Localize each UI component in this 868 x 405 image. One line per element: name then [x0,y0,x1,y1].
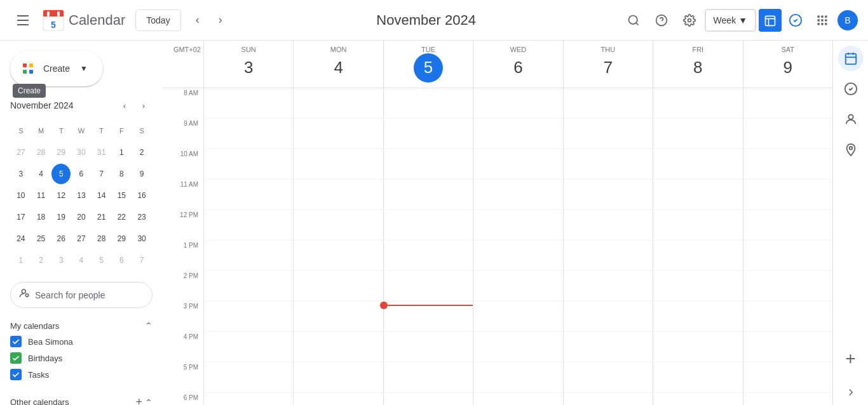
mini-cal-day[interactable]: 20 [72,207,91,227]
search-button[interactable] [621,8,646,33]
mini-cal-day[interactable]: 2 [32,250,51,270]
hour-cell[interactable] [294,180,383,210]
hour-cell[interactable] [653,271,742,302]
avatar[interactable]: B [837,10,858,30]
side-contacts-icon[interactable] [838,107,864,132]
tasks-view-icon[interactable] [784,9,807,32]
hour-cell[interactable] [743,393,832,405]
my-calendar-item[interactable]: Tasks [0,366,163,383]
day-header-6[interactable]: SAT 9 [743,41,832,88]
mini-cal-day[interactable]: 10 [11,185,31,206]
hamburger-menu[interactable] [10,8,36,33]
hour-cell[interactable] [743,271,832,302]
hour-cell[interactable] [743,210,832,241]
settings-button[interactable] [677,8,702,33]
mini-cal-day[interactable]: 27 [72,229,91,249]
side-add-icon[interactable]: + [838,346,864,371]
hour-cell[interactable] [743,149,832,180]
day-column-3[interactable] [473,58,562,405]
side-calendar-icon[interactable] [838,46,864,71]
day-column-0[interactable] [203,58,293,405]
hour-cell[interactable] [294,393,383,405]
hour-cell[interactable] [653,180,742,210]
mini-cal-day[interactable]: 7 [92,164,111,184]
hour-cell[interactable] [653,119,742,149]
hour-cell[interactable] [204,393,293,405]
mini-cal-day[interactable]: 29 [51,142,71,163]
hour-cell[interactable] [564,271,653,302]
mini-cal-day[interactable]: 4 [72,250,91,270]
day-column-5[interactable] [653,58,742,405]
today-button[interactable]: Today [135,10,180,31]
hour-cell[interactable] [294,241,383,271]
hour-cell[interactable] [564,119,653,149]
hour-cell[interactable] [384,271,473,302]
mini-cal-day[interactable]: 12 [51,185,71,206]
hour-cell[interactable] [204,119,293,149]
day-column-1[interactable] [293,58,383,405]
day-column-6[interactable] [743,58,832,405]
apps-button[interactable] [810,8,835,33]
mini-cal-day[interactable]: 5 [51,164,71,184]
mini-cal-day[interactable]: 28 [92,229,111,249]
hour-cell[interactable] [564,241,653,271]
search-people[interactable]: Search for people [10,282,153,308]
calendar-checkbox[interactable] [10,352,22,364]
prev-arrow[interactable]: ‹ [186,9,209,32]
mini-cal-day[interactable]: 25 [32,229,51,249]
create-button[interactable]: Create ▼ [10,51,103,86]
hour-cell[interactable] [564,393,653,405]
mini-cal-day[interactable]: 22 [112,207,132,227]
hour-cell[interactable] [384,88,473,119]
hour-cell[interactable] [204,362,293,393]
mini-cal-day[interactable]: 7 [132,250,151,270]
hour-cell[interactable] [473,302,562,332]
hour-cell[interactable] [653,241,742,271]
hour-cell[interactable] [204,149,293,180]
mini-cal-day[interactable]: 3 [11,164,31,184]
calendar-checkbox[interactable] [10,336,22,347]
hour-cell[interactable] [294,332,383,362]
hour-cell[interactable] [294,302,383,332]
hour-cell[interactable] [473,88,562,119]
hour-cell[interactable] [384,393,473,405]
mini-cal-day[interactable]: 24 [11,229,31,249]
hour-cell[interactable] [743,362,832,393]
mini-cal-day[interactable]: 6 [112,250,132,270]
hour-cell[interactable] [204,180,293,210]
mini-cal-day[interactable]: 14 [92,185,111,206]
day-column-2[interactable] [383,58,473,405]
mini-cal-day[interactable]: 28 [32,142,51,163]
hour-cell[interactable] [743,119,832,149]
mini-cal-day[interactable]: 21 [92,207,111,227]
hour-cell[interactable] [743,241,832,271]
mini-cal-day[interactable]: 2 [132,142,151,163]
mini-cal-day[interactable]: 3 [51,250,71,270]
hour-cell[interactable] [204,88,293,119]
hour-cell[interactable] [473,332,562,362]
hour-cell[interactable] [743,88,832,119]
mini-cal-day[interactable]: 8 [112,164,132,184]
mini-cal-day[interactable]: 6 [72,164,91,184]
hour-cell[interactable] [653,302,742,332]
mini-cal-day[interactable]: 1 [112,142,132,163]
day-header-4[interactable]: THU 7 [563,41,653,88]
day-column-4[interactable] [563,58,653,405]
mini-cal-day[interactable]: 5 [92,250,111,270]
mini-cal-day[interactable]: 30 [132,229,151,249]
hour-cell[interactable] [564,362,653,393]
mini-cal-day[interactable]: 27 [11,142,31,163]
mini-cal-next[interactable]: › [135,96,153,114]
hour-cell[interactable] [204,210,293,241]
mini-cal-day[interactable]: 4 [32,164,51,184]
hour-cell[interactable] [384,302,473,332]
expand-icon[interactable] [845,387,857,400]
hour-cell[interactable] [204,302,293,332]
hour-cell[interactable] [653,88,742,119]
mini-cal-day[interactable]: 18 [32,207,51,227]
day-header-1[interactable]: MON 4 [293,41,383,88]
hour-cell[interactable] [294,210,383,241]
hour-cell[interactable] [384,210,473,241]
day-header-3[interactable]: WED 6 [473,41,562,88]
calendar-view-icon[interactable] [759,9,782,32]
